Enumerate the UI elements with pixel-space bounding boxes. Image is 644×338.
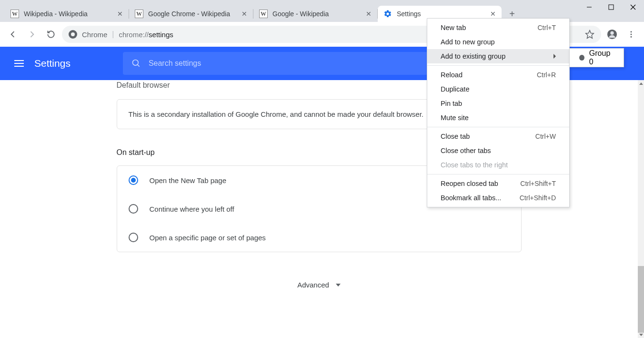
submenu-item-group0[interactable]: Group 0	[570, 51, 624, 65]
menu-item[interactable]: Reopen closed tabCtrl+Shift+T	[427, 176, 569, 191]
tab-wikipedia[interactable]: W Wikipedia - Wikipedia ✕	[5, 6, 129, 22]
window-controls	[578, 0, 644, 14]
scroll-thumb[interactable]	[638, 266, 644, 333]
menu-item-label: Mute site	[441, 114, 469, 122]
menu-shortcut: Ctrl+R	[537, 71, 556, 79]
page-title: Settings	[34, 58, 70, 69]
menu-item[interactable]: New tabCtrl+T	[427, 20, 569, 35]
close-icon[interactable]: ✕	[489, 10, 497, 18]
radio-label: Continue where you left off	[150, 205, 234, 213]
menu-shortcut: Ctrl+Shift+D	[520, 194, 556, 202]
close-icon[interactable]: ✕	[241, 10, 248, 18]
menu-item[interactable]: Bookmark all tabs...Ctrl+Shift+D	[427, 191, 569, 205]
back-button[interactable]	[5, 26, 21, 42]
wikipedia-favicon-icon: W	[259, 10, 268, 18]
menu-item: Close tabs to the right	[427, 158, 569, 172]
menu-item-label: Close tabs to the right	[441, 161, 508, 169]
svg-rect-1	[609, 5, 614, 10]
wikipedia-favicon-icon: W	[10, 10, 19, 18]
svg-marker-4	[586, 31, 594, 39]
menu-item-label: Pin tab	[441, 100, 462, 107]
menu-item-label: Reopen closed tab	[441, 180, 498, 187]
tab-title: Google Chrome - Wikipedia	[148, 10, 241, 18]
menu-item-label: Duplicate	[441, 85, 469, 93]
menu-item[interactable]: Mute site	[427, 111, 569, 125]
svg-line-11	[137, 65, 139, 67]
radio-icon[interactable]	[129, 204, 138, 214]
svg-point-7	[631, 31, 632, 32]
settings-search[interactable]	[123, 52, 428, 75]
menu-item[interactable]: Add to new group	[427, 35, 569, 49]
menu-item-label: Reload	[441, 71, 463, 79]
menu-separator	[427, 174, 569, 174]
close-icon[interactable]: ✕	[116, 10, 124, 18]
tab-title: Wikipedia - Wikipedia	[24, 10, 116, 18]
tab-chrome-wiki[interactable]: W Google Chrome - Wikipedia ✕	[129, 6, 253, 22]
maximize-button[interactable]	[600, 0, 622, 14]
submenu-label: Group 0	[589, 49, 614, 66]
menu-item[interactable]: Close other tabs	[427, 143, 569, 158]
advanced-toggle[interactable]: Advanced	[117, 281, 522, 289]
menu-item-label: Close tab	[441, 133, 470, 140]
menu-shortcut: Ctrl+T	[538, 24, 556, 31]
menu-item-label: Add to existing group	[441, 52, 505, 60]
svg-point-9	[631, 36, 632, 38]
menu-item[interactable]: Close tabCtrl+W	[427, 129, 569, 143]
menu-item-label: Bookmark all tabs...	[441, 194, 501, 202]
menu-item-label: Close other tabs	[441, 147, 491, 154]
menu-separator	[427, 127, 569, 127]
tab-title: Google - Wikipedia	[272, 10, 365, 18]
group-color-icon	[579, 55, 584, 61]
advanced-label: Advanced	[297, 281, 329, 289]
radio-icon[interactable]	[129, 175, 138, 185]
tab-context-menu: New tabCtrl+TAdd to new groupAdd to exis…	[427, 18, 570, 207]
chevron-down-icon	[336, 284, 341, 287]
menu-item-label: Add to new group	[441, 38, 495, 46]
chrome-icon	[69, 30, 77, 39]
menu-shortcut: Ctrl+W	[535, 133, 556, 140]
menu-item-label: New tab	[441, 24, 466, 31]
tab-google-wiki[interactable]: W Google - Wikipedia ✕	[253, 6, 377, 22]
svg-point-6	[610, 31, 614, 35]
profile-button[interactable]	[604, 26, 620, 42]
close-window-button[interactable]	[622, 0, 644, 14]
radio-label: Open the New Tab page	[150, 176, 227, 184]
search-icon	[131, 59, 141, 68]
startup-option-specific[interactable]: Open a specific page or set of pages	[117, 223, 521, 252]
tab-title: Settings	[397, 10, 489, 18]
reload-button[interactable]	[43, 26, 59, 42]
minimize-button[interactable]	[578, 0, 600, 14]
default-browser-message: This is a secondary installation of Goog…	[129, 110, 424, 118]
forward-button[interactable]	[24, 26, 40, 42]
group-submenu: Group 0	[569, 48, 624, 67]
menu-item[interactable]: Duplicate	[427, 82, 569, 96]
scroll-down-button[interactable]	[638, 331, 644, 338]
chevron-right-icon	[553, 54, 556, 59]
menu-item[interactable]: Add to existing group	[427, 49, 569, 63]
scroll-up-button[interactable]	[638, 80, 644, 87]
svg-point-8	[631, 34, 632, 35]
omnibox-url: chrome://settings	[119, 31, 173, 39]
omnibox-separator: |	[112, 30, 114, 39]
close-icon[interactable]: ✕	[365, 10, 372, 18]
omnibox-scheme-label: Chrome	[82, 31, 107, 39]
svg-point-10	[132, 60, 138, 66]
search-input[interactable]	[149, 59, 419, 68]
menu-item[interactable]: ReloadCtrl+R	[427, 68, 569, 82]
hamburger-menu-icon[interactable]	[14, 58, 26, 69]
bookmark-star-icon[interactable]	[585, 30, 594, 39]
wikipedia-favicon-icon: W	[135, 10, 143, 18]
scrollbar[interactable]	[638, 80, 644, 338]
menu-separator	[427, 65, 569, 66]
menu-shortcut: Ctrl+Shift+T	[520, 180, 556, 187]
gear-icon	[383, 10, 392, 18]
radio-label: Open a specific page or set of pages	[150, 234, 266, 242]
radio-icon[interactable]	[129, 233, 138, 242]
chrome-menu-button[interactable]	[623, 26, 639, 42]
menu-item[interactable]: Pin tab	[427, 96, 569, 111]
